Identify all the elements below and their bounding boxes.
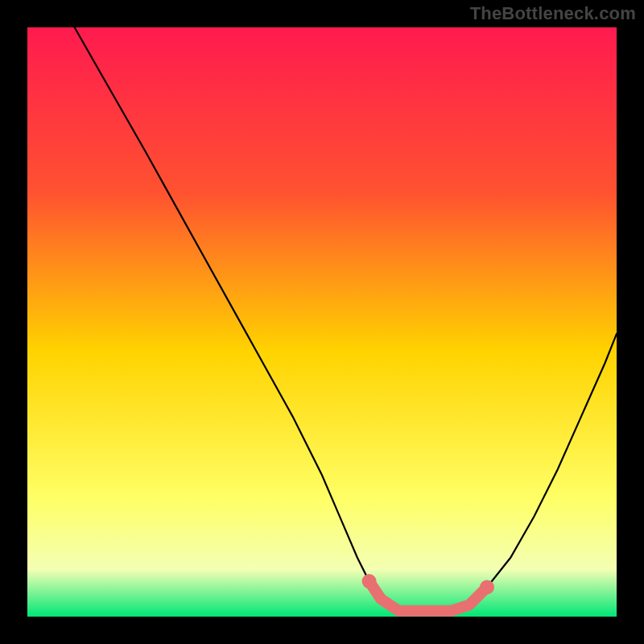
chart-svg — [27, 27, 617, 617]
optimal-zone-start-marker — [362, 574, 377, 588]
chart-frame: TheBottleneck.com — [0, 0, 644, 644]
watermark-label: TheBottleneck.com — [470, 3, 636, 24]
plot-area — [27, 27, 617, 617]
optimal-zone-end-marker — [480, 580, 494, 594]
